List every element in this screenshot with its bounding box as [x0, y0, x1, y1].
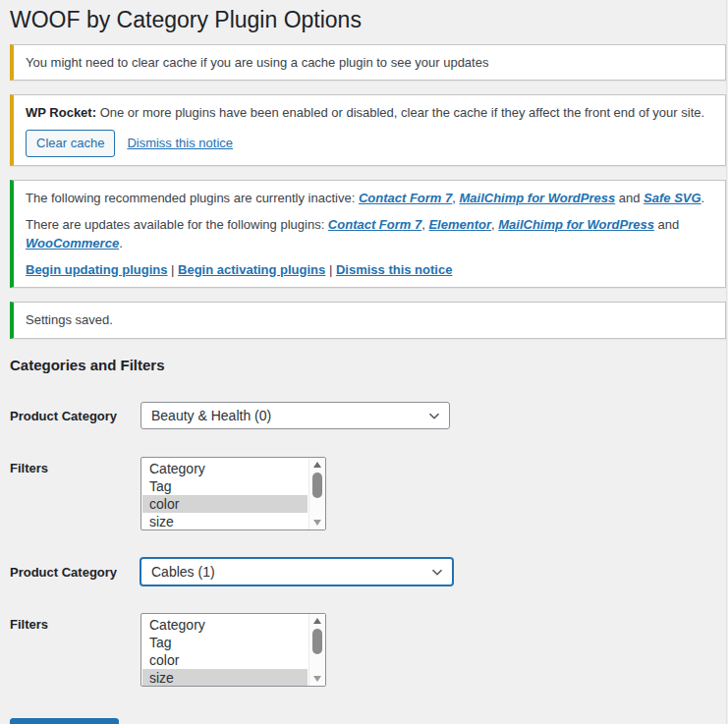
filter-option-category[interactable]: Category [142, 460, 308, 477]
plugin-actions-line: Begin updating plugins | Begin activatin… [26, 260, 713, 280]
begin-activating-plugins-link[interactable]: Begin activating plugins [178, 262, 325, 277]
save-changes-button[interactable]: Save Changes [10, 718, 119, 724]
chevron-down-icon [425, 407, 443, 424]
product-category-select-2[interactable]: Cables (1) [140, 558, 453, 585]
cache-notice: You might need to clear cache if you are… [10, 44, 726, 82]
scrollbar-thumb[interactable] [312, 629, 322, 654]
inactive-plugins-line: The following recommended plugins are cu… [26, 189, 713, 208]
plugin-link-mailchimp-for-wordpress[interactable]: MailChimp for WordPress [459, 191, 615, 205]
wp-rocket-notice-text: WP Rocket: One or more plugins have been… [26, 103, 713, 123]
filters-row-1: Filters CategoryTagcolorsize [10, 457, 726, 530]
dismiss-notice-link[interactable]: Dismiss this notice [127, 134, 233, 153]
page-title: WOOF by Category Plugin Options [10, 6, 726, 34]
filters-label: Filters [10, 461, 140, 530]
inactive-plugins-prefix: The following recommended plugins are cu… [26, 191, 359, 205]
wp-rocket-notice: WP Rocket: One or more plugins have been… [10, 94, 726, 166]
chevron-down-icon [428, 563, 446, 581]
product-category-value: Beauty & Health (0) [151, 408, 271, 423]
plugin-link-woocommerce[interactable]: WooCommerce [26, 236, 119, 251]
product-category-label: Product Category [10, 409, 140, 423]
triangle-up-icon [313, 618, 321, 624]
filter-option-tag[interactable]: Tag [142, 634, 308, 651]
filter-options-list: CategoryTagcolorsize [142, 616, 308, 687]
recommended-plugins-notice: The following recommended plugins are cu… [10, 180, 726, 288]
settings-saved-text: Settings saved. [26, 310, 713, 330]
scroll-down-button[interactable] [309, 516, 325, 529]
scroll-up-button[interactable] [309, 614, 325, 628]
inactive-plugin-links: Contact Form 7, MailChimp for WordPress … [359, 191, 704, 205]
filter-option-tag[interactable]: Tag [142, 477, 308, 495]
plugin-link-mailchimp-for-wordpress[interactable]: MailChimp for WordPress [498, 217, 654, 232]
plugin-link-contact-form-7[interactable]: Contact Form 7 [328, 217, 421, 232]
filter-option-color[interactable]: color [142, 495, 308, 513]
plugin-link-safe-svg[interactable]: Safe SVG [644, 191, 701, 205]
product-category-row-2: Product Category Cables (1) [10, 558, 726, 585]
plugin-link-elementor[interactable]: Elementor [428, 217, 491, 232]
filter-option-category[interactable]: Category [142, 616, 308, 634]
plugin-link-contact-form-7[interactable]: Contact Form 7 [359, 191, 452, 205]
begin-updating-plugins-link[interactable]: Begin updating plugins [26, 262, 167, 277]
wp-rocket-actions: Clear cache Dismiss this notice [26, 130, 713, 158]
wp-rocket-message: One or more plugins have been enabled or… [100, 105, 704, 120]
update-plugins-line: There are updates available for the foll… [26, 215, 713, 253]
update-plugins-prefix: There are updates available for the foll… [26, 217, 328, 232]
product-category-row-1: Product Category Beauty & Health (0) [10, 402, 726, 429]
scroll-up-button[interactable] [309, 458, 325, 472]
product-category-label: Product Category [10, 565, 140, 580]
plugin-options-page: WOOF by Category Plugin Options You migh… [0, 6, 728, 724]
cache-notice-text: You might need to clear cache if you are… [26, 53, 713, 73]
filter-option-size[interactable]: size [142, 669, 308, 687]
triangle-down-icon [313, 520, 321, 526]
window-edge [726, 0, 727, 724]
scrollbar[interactable] [308, 458, 325, 529]
triangle-up-icon [313, 462, 321, 468]
product-category-select-1[interactable]: Beauty & Health (0) [140, 402, 450, 429]
dismiss-this-notice-link[interactable]: Dismiss this notice [336, 262, 452, 277]
settings-saved-notice: Settings saved. [10, 302, 726, 339]
submit-row: Save Changes [10, 718, 726, 724]
filter-options-list: CategoryTagcolorsize [142, 460, 308, 530]
filters-multiselect-2[interactable]: CategoryTagcolorsize [140, 613, 326, 687]
section-heading: Categories and Filters [10, 356, 726, 375]
scrollbar[interactable] [308, 614, 325, 686]
scrollbar-track[interactable] [309, 472, 325, 516]
clear-cache-button[interactable]: Clear cache [26, 130, 115, 158]
filter-option-size[interactable]: size [142, 513, 308, 530]
filters-label: Filters [10, 617, 140, 687]
scrollbar-thumb[interactable] [312, 473, 322, 498]
triangle-down-icon [313, 676, 321, 682]
product-category-value: Cables (1) [151, 564, 215, 580]
filters-multiselect-1[interactable]: CategoryTagcolorsize [140, 457, 326, 530]
scrollbar-track[interactable] [309, 628, 325, 672]
scroll-down-button[interactable] [309, 672, 325, 686]
wp-rocket-prefix: WP Rocket: [26, 105, 96, 120]
filters-row-2: Filters CategoryTagcolorsize [10, 613, 726, 687]
plugin-action-links: Begin updating plugins | Begin activatin… [26, 262, 452, 277]
filter-option-color[interactable]: color [142, 651, 308, 669]
